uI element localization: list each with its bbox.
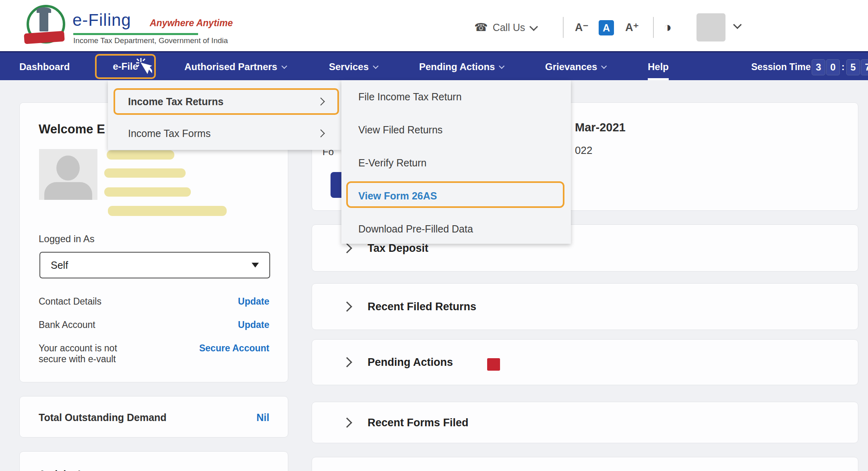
- file-now-button-fragment[interactable]: [331, 172, 343, 198]
- section-card-recent-filed-returns[interactable]: Recent Filed Returns: [312, 283, 858, 330]
- income-tax-dept-emblem-logo: [25, 5, 64, 45]
- chevron-down-icon: [373, 63, 378, 69]
- profile-chevron-down-icon[interactable]: [734, 23, 740, 30]
- section-card-recent-forms-filed[interactable]: Recent Forms Filed: [312, 402, 858, 443]
- nav-label: Services: [329, 61, 369, 73]
- section-title: Recent Forms Filed: [368, 416, 469, 429]
- outstanding-demand-card: Total Outstanding Demand Nil: [19, 396, 288, 438]
- section-title: Recent Filed Returns: [368, 301, 476, 313]
- demand-nil-link[interactable]: Nil: [256, 412, 269, 423]
- menu-item-label: Income Tax Forms: [128, 128, 211, 139]
- nav-item-services[interactable]: Services: [329, 52, 377, 81]
- welcome-greeting: Welcome E: [39, 122, 105, 137]
- bank-account-row: Bank Account Update: [39, 320, 269, 330]
- evault-status-text: Your account is not secure with e-vault: [39, 343, 117, 365]
- header-divider: [563, 17, 564, 38]
- section-card-pending-actions[interactable]: Pending Actions: [312, 339, 858, 385]
- session-time-label: Session Time: [751, 52, 811, 81]
- submenu-item-download-pre-filled-data[interactable]: Download Pre-Filled Data: [341, 212, 571, 245]
- person-silhouette-icon: [44, 182, 92, 200]
- select-caret-icon: [252, 263, 259, 268]
- activity-log-card: Activity Log: [19, 451, 288, 471]
- logged-in-as-label: Logged in As: [39, 233, 95, 245]
- brand-underline: [73, 33, 198, 35]
- session-digit: 7: [861, 59, 868, 75]
- brand-tagline: Anywhere Anytime: [150, 18, 233, 29]
- contact-details-row: Contact Details Update: [39, 296, 269, 307]
- bank-account-label: Bank Account: [39, 320, 95, 330]
- main-navbar: Dashboard e-File Authorised Partners Ser…: [0, 51, 868, 81]
- submenu-chevron-right-icon: [317, 129, 325, 137]
- emblem-lion-capital-icon: [39, 10, 48, 31]
- submenu-item-file-income-tax-return[interactable]: File Income Tax Return: [341, 80, 571, 113]
- nav-label: Authorised Partners: [184, 61, 277, 73]
- pending-actions-alert-badge: [487, 358, 500, 371]
- session-digit: 3: [812, 59, 825, 75]
- nav-item-grievances[interactable]: Grievances: [545, 52, 605, 81]
- selected-role-value: Self: [51, 259, 68, 271]
- font-size-normal-button[interactable]: A: [599, 20, 614, 35]
- font-size-decrease-button[interactable]: A⁻: [575, 21, 589, 34]
- contrast-toggle-icon[interactable]: ◑: [663, 19, 672, 35]
- nav-label: Pending Actions: [419, 61, 495, 73]
- nav-label: Help: [648, 61, 669, 73]
- session-separator: :: [841, 59, 845, 75]
- nav-label: e-File: [113, 61, 138, 72]
- chevron-down-icon: [529, 22, 538, 31]
- redacted-info-bar: [104, 187, 191, 197]
- submenu-item-label: E-Verify Return: [358, 157, 427, 169]
- tutorial-highlight-box: [346, 181, 564, 208]
- nav-label: Grievances: [545, 61, 597, 73]
- activity-log-label: Activity Log: [39, 469, 96, 471]
- tutorial-highlight-box: [114, 88, 339, 115]
- contact-details-label: Contact Details: [39, 296, 101, 307]
- redacted-name-bar: [107, 150, 174, 160]
- assessment-period-fragment: Mar-2021: [575, 121, 626, 134]
- logged-in-as-select[interactable]: Self: [39, 252, 270, 278]
- submenu-item-label: View Filed Returns: [358, 124, 442, 136]
- header-divider: [653, 17, 654, 38]
- section-title: Pending Actions: [368, 356, 453, 369]
- user-avatar[interactable]: [696, 13, 725, 41]
- outstanding-demand-row: Total Outstanding Demand Nil: [39, 412, 269, 423]
- nav-item-dashboard[interactable]: Dashboard: [19, 52, 70, 81]
- page-header: e-Filing Anywhere Anytime Income Tax Dep…: [0, 0, 868, 51]
- profile-photo-placeholder: [39, 149, 97, 200]
- person-silhouette-icon: [56, 156, 80, 181]
- evault-row: Your account is not secure with e-vault …: [39, 343, 269, 365]
- outstanding-demand-label: Total Outstanding Demand: [39, 412, 167, 423]
- menu-item-income-tax-forms[interactable]: Income Tax Forms: [108, 121, 341, 146]
- chevron-down-icon: [499, 63, 505, 69]
- efile-dropdown-menu: Income Tax Returns Income Tax Forms: [108, 81, 341, 150]
- session-digit: 0: [826, 59, 840, 75]
- chevron-down-icon: [281, 63, 287, 69]
- bank-update-link[interactable]: Update: [238, 320, 269, 330]
- font-size-increase-button[interactable]: A⁺: [625, 21, 639, 34]
- nav-item-authorised-partners[interactable]: Authorised Partners: [184, 52, 285, 81]
- submenu-item-label: File Income Tax Return: [358, 91, 462, 103]
- nav-label: Dashboard: [19, 61, 70, 73]
- expand-chevron-icon: [342, 417, 352, 427]
- emblem-ribbon-icon: [24, 31, 65, 44]
- brand-subtitle: Income Tax Department, Government of Ind…: [73, 36, 228, 45]
- section-card-clipped: [312, 457, 858, 471]
- redacted-info-bar: [108, 206, 227, 216]
- contact-update-link[interactable]: Update: [238, 296, 269, 307]
- secure-account-link[interactable]: Secure Account: [199, 343, 269, 354]
- nav-item-help[interactable]: Help: [648, 52, 669, 81]
- submenu-item-view-filed-returns[interactable]: View Filed Returns: [341, 113, 571, 146]
- phone-icon: ☎: [474, 21, 488, 34]
- session-digit: 5: [846, 59, 860, 75]
- chevron-down-icon: [601, 63, 607, 69]
- call-us-menu[interactable]: ☎ Call Us: [474, 21, 536, 34]
- call-us-label: Call Us: [493, 22, 525, 33]
- nav-item-efile[interactable]: e-File: [95, 54, 156, 79]
- nav-item-pending-actions[interactable]: Pending Actions: [419, 52, 503, 81]
- expand-chevron-icon: [342, 357, 352, 367]
- expand-chevron-icon: [342, 301, 352, 311]
- year-fragment: 022: [575, 144, 592, 157]
- brand-title: e-Filing: [72, 10, 131, 30]
- income-tax-returns-submenu: File Income Tax Return View Filed Return…: [341, 80, 571, 244]
- redacted-info-bar: [104, 168, 186, 178]
- submenu-item-e-verify-return[interactable]: E-Verify Return: [341, 146, 571, 179]
